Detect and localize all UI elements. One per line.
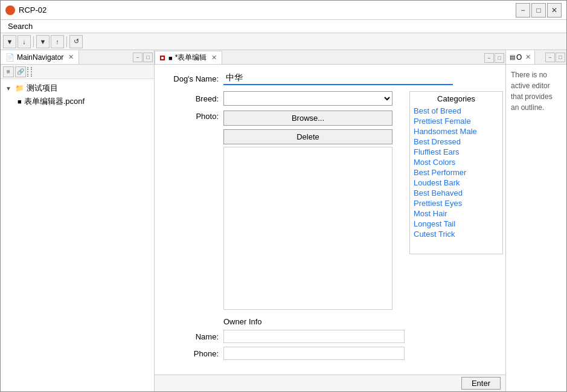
editor-tab-controls: − □ xyxy=(483,52,505,64)
category-item-1[interactable]: Prettiest Female xyxy=(412,116,500,126)
dogs-name-label: Dog's Name: xyxy=(164,74,219,83)
toolbar-separator-1 xyxy=(33,36,34,47)
outline-tab-label: O xyxy=(516,53,522,62)
category-item-0[interactable]: Best of Breed xyxy=(412,106,500,116)
main-window: RCP-02 − □ ✕ Search ▼ ↓ ▼ ↑ ↺ 📄 MainNavi… xyxy=(0,0,567,392)
enter-button[interactable]: Enter xyxy=(461,377,501,390)
delete-button[interactable]: Delete xyxy=(223,129,392,144)
dogs-name-input[interactable] xyxy=(223,72,453,85)
navigator-tab[interactable]: 📄 MainNavigator ✕ xyxy=(1,50,79,64)
navigator-tab-close[interactable]: ✕ xyxy=(68,53,74,61)
owner-info-header: Owner Info xyxy=(223,317,405,326)
dogs-name-row: Dog's Name: xyxy=(164,72,496,85)
photo-controls: Browse... Delete xyxy=(223,111,392,310)
owner-name-input[interactable] xyxy=(223,330,405,343)
category-item-6[interactable]: Best Performer xyxy=(412,167,500,178)
editor-tab-close[interactable]: ✕ xyxy=(211,54,217,62)
category-item-5[interactable]: Most Colors xyxy=(412,157,500,167)
navigator-toolbar: ≡ 🔗 xyxy=(1,65,154,79)
owner-phone-input[interactable] xyxy=(223,347,405,360)
navigator-minimize-btn[interactable]: − xyxy=(133,53,143,62)
nav-link-btn[interactable]: 🔗 xyxy=(15,66,26,77)
outline-maximize-btn[interactable]: □ xyxy=(556,53,565,62)
editor-tab[interactable]: ■ *表单编辑 ✕ xyxy=(155,51,222,64)
breed-photo-column: Breed: Photo: Browse... Delete xyxy=(164,91,405,360)
photo-buttons: Browse... Delete xyxy=(223,111,392,144)
close-button[interactable]: ✕ xyxy=(547,3,562,18)
toolbar: ▼ ↓ ▼ ↑ ↺ xyxy=(1,33,566,50)
breed-select[interactable] xyxy=(223,91,392,106)
outline-panel: ▤ O ✕ − □ There is no active editor that… xyxy=(506,50,566,391)
category-item-12[interactable]: Cutest Trick xyxy=(412,229,500,239)
minimize-button[interactable]: − xyxy=(516,3,530,18)
editor-content: Dog's Name: Breed: xyxy=(155,65,505,374)
tree-children: ■ 表单编辑器.pconf xyxy=(3,95,152,108)
category-item-4[interactable]: Fluffiest Ears xyxy=(412,147,500,157)
title-bar: RCP-02 − □ ✕ xyxy=(1,1,566,20)
category-item-11[interactable]: Longest Tail xyxy=(412,219,500,229)
category-item-7[interactable]: Loudest Bark xyxy=(412,178,500,188)
menu-bar: Search xyxy=(1,20,566,33)
toolbar-btn-5[interactable]: ↺ xyxy=(69,35,83,48)
navigator-tab-icon: 📄 xyxy=(5,53,14,62)
categories-list: Best of BreedPrettiest FemaleHandsomest … xyxy=(412,106,500,239)
category-item-8[interactable]: Best Behaved xyxy=(412,188,500,198)
outline-tab[interactable]: ▤ O ✕ xyxy=(506,50,535,64)
editor-tab-bar: ■ *表单编辑 ✕ − □ xyxy=(155,50,505,65)
modified-indicator xyxy=(160,56,165,60)
nav-drag-handle xyxy=(27,67,32,77)
category-item-2[interactable]: Handsomest Male xyxy=(412,126,500,137)
toolbar-btn-4[interactable]: ↑ xyxy=(51,35,64,48)
breed-label: Breed: xyxy=(164,94,219,103)
navigator-panel-controls: − □ xyxy=(133,53,154,62)
tree-root-item[interactable]: ▼ 📁 测试项目 xyxy=(3,82,152,95)
window-title: RCP-02 xyxy=(19,5,516,14)
outline-tab-close[interactable]: ✕ xyxy=(525,53,531,61)
owner-name-label: Name: xyxy=(164,332,219,341)
tab-file-icon: ■ xyxy=(168,54,173,62)
outline-tab-bar: ▤ O ✕ − □ xyxy=(506,50,566,65)
outline-minimize-btn[interactable]: − xyxy=(545,53,555,62)
toolbar-btn-1[interactable]: ▼ xyxy=(3,35,16,48)
owner-name-row: Name: xyxy=(164,330,405,343)
tree-toggle-icon: ▼ xyxy=(5,85,13,92)
editor-minimize-btn[interactable]: − xyxy=(484,53,494,63)
outline-panel-controls: − □ xyxy=(545,53,566,62)
outline-content: There is no active editor that provides … xyxy=(506,65,566,391)
categories-box: Categories Best of BreedPrettiest Female… xyxy=(409,91,503,254)
categories-header: Categories xyxy=(412,94,500,103)
toolbar-separator-2 xyxy=(66,36,67,47)
outline-message: There is no active editor that provides … xyxy=(511,71,553,112)
owner-phone-row: Phone: xyxy=(164,347,405,360)
toolbar-btn-3[interactable]: ▼ xyxy=(36,35,50,48)
editor-tab-label: *表单编辑 xyxy=(175,53,207,63)
category-item-10[interactable]: Most Hair xyxy=(412,208,500,219)
navigator-maximize-btn[interactable]: □ xyxy=(143,53,153,62)
outline-tab-icon: ▤ xyxy=(510,54,515,60)
owner-phone-label: Phone: xyxy=(164,349,219,358)
editor-bottom-bar: Enter xyxy=(155,374,505,391)
menu-search[interactable]: Search xyxy=(3,21,37,32)
tree-child-item[interactable]: ■ 表单编辑器.pconf xyxy=(15,95,152,108)
app-icon xyxy=(5,5,15,15)
tree-folder-icon: 📁 xyxy=(15,84,24,92)
browse-button[interactable]: Browse... xyxy=(223,111,392,126)
navigator-tab-label: MainNavigator xyxy=(17,53,63,62)
nav-collapse-btn[interactable]: ≡ xyxy=(3,66,14,77)
photo-label: Photo: xyxy=(164,111,219,121)
tree-file-icon: ■ xyxy=(18,98,22,105)
toolbar-btn-2[interactable]: ↓ xyxy=(18,35,31,48)
editor-panel: ■ *表单编辑 ✕ − □ Dog's Name: xyxy=(155,50,506,391)
tree-child-label: 表单编辑器.pconf xyxy=(24,96,85,107)
category-item-3[interactable]: Best Dressed xyxy=(412,137,500,147)
maximize-button[interactable]: □ xyxy=(531,3,546,18)
navigator-panel: 📄 MainNavigator ✕ − □ ≡ 🔗 ▼ 📁 测试项目 xyxy=(1,50,155,391)
tree-root-label: 测试项目 xyxy=(27,83,58,94)
breed-categories-row: Breed: Photo: Browse... Delete xyxy=(164,91,496,360)
category-item-9[interactable]: Prettiest Eyes xyxy=(412,198,500,208)
photo-area xyxy=(223,147,392,310)
owner-section: Owner Info Name: Phone: xyxy=(164,317,405,360)
photo-section: Photo: Browse... Delete xyxy=(164,111,405,310)
main-area: 📄 MainNavigator ✕ − □ ≡ 🔗 ▼ 📁 测试项目 xyxy=(1,50,566,391)
editor-maximize-btn[interactable]: □ xyxy=(495,53,504,63)
